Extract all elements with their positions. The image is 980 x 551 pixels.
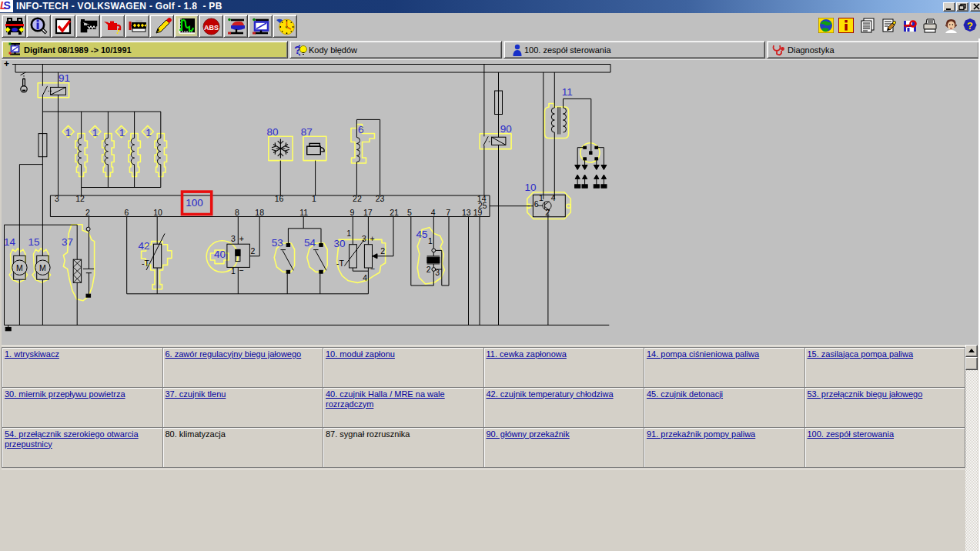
svg-text:2: 2: [426, 265, 431, 274]
svg-text:12: 12: [75, 194, 85, 203]
svg-text:54: 54: [304, 237, 316, 249]
svg-text:1: 1: [428, 236, 433, 245]
svg-text:+: +: [239, 234, 244, 243]
svg-text:6: 6: [358, 124, 364, 135]
svg-text:1: 1: [145, 127, 152, 139]
svg-text:21: 21: [390, 208, 399, 217]
svg-text:2: 2: [545, 208, 550, 217]
svg-text:M: M: [39, 263, 46, 272]
svg-text:2: 2: [250, 246, 255, 255]
svg-text:−: −: [370, 264, 375, 273]
svg-text:11: 11: [299, 208, 308, 217]
svg-text:15: 15: [28, 236, 39, 248]
svg-text:6: 6: [534, 199, 539, 209]
svg-text:1: 1: [231, 266, 236, 276]
svg-text:30: 30: [333, 238, 345, 249]
svg-text:37: 37: [62, 236, 73, 248]
svg-text:1: 1: [92, 127, 99, 139]
svg-text:13: 13: [462, 208, 471, 217]
svg-text:91: 91: [59, 72, 70, 84]
svg-text:3: 3: [55, 194, 59, 203]
svg-text:1: 1: [65, 127, 72, 139]
svg-text:+: +: [4, 60, 9, 69]
svg-text:22: 22: [353, 194, 362, 203]
svg-text:4: 4: [551, 193, 556, 202]
svg-text:10: 10: [524, 182, 536, 193]
svg-text:19: 19: [473, 208, 483, 217]
svg-text:1: 1: [312, 194, 316, 203]
svg-text:17: 17: [363, 208, 373, 217]
svg-text:2: 2: [380, 246, 385, 255]
svg-text:6: 6: [124, 208, 129, 217]
svg-text:-T: -T: [142, 259, 149, 268]
svg-text:9: 9: [350, 208, 354, 217]
svg-text:10: 10: [153, 208, 162, 217]
svg-text:4: 4: [363, 273, 367, 282]
svg-text:90: 90: [500, 123, 512, 135]
svg-text:M: M: [16, 263, 23, 272]
svg-text:45: 45: [416, 229, 427, 240]
svg-text:18: 18: [255, 208, 264, 217]
svg-text:1: 1: [346, 229, 351, 238]
svg-text:ABS: ABS: [204, 24, 219, 32]
svg-text:11: 11: [562, 86, 573, 98]
svg-text:23: 23: [376, 194, 385, 203]
svg-text:1: 1: [539, 193, 544, 202]
svg-text:40: 40: [214, 249, 226, 260]
svg-text:-T: -T: [336, 259, 344, 268]
svg-text:?: ?: [967, 20, 973, 32]
svg-text:53: 53: [272, 237, 283, 249]
svg-text:3: 3: [231, 234, 236, 243]
svg-text:+: +: [370, 234, 375, 243]
svg-text:7: 7: [446, 208, 450, 217]
svg-text:5: 5: [407, 208, 412, 217]
svg-text:42: 42: [138, 240, 149, 252]
svg-text:100: 100: [186, 197, 203, 209]
svg-text:8: 8: [235, 208, 239, 217]
svg-text:2: 2: [85, 208, 90, 217]
svg-text:87: 87: [301, 126, 313, 138]
svg-text:1: 1: [119, 127, 125, 139]
svg-text:16: 16: [275, 194, 284, 203]
svg-text:−: −: [239, 265, 243, 275]
svg-text:4: 4: [431, 208, 436, 217]
svg-text:3: 3: [362, 234, 366, 243]
svg-text:14: 14: [4, 236, 16, 248]
svg-text:3: 3: [435, 268, 440, 277]
svg-text:80: 80: [266, 126, 278, 138]
